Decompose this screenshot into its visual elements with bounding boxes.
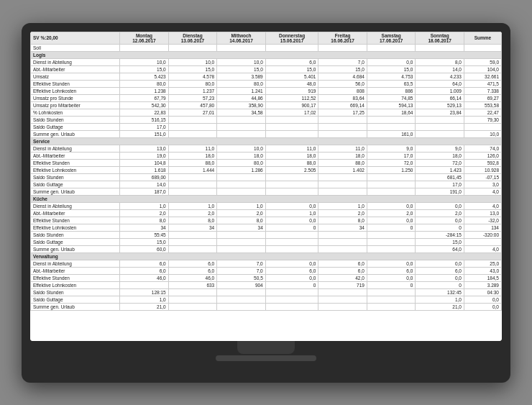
cell-value: 0,0 xyxy=(367,260,416,267)
cell-value: 0,0 xyxy=(265,274,318,281)
cell-value: 80,0 xyxy=(120,80,169,87)
row-label: Saldo Guttage xyxy=(31,296,120,303)
cell-value: 15,0 xyxy=(217,65,266,73)
cell-value: 4,0 xyxy=(464,188,501,195)
cell-value: 3.589 xyxy=(217,73,266,80)
cell-value: -284:15 xyxy=(416,231,464,238)
cell-value: 22,83 xyxy=(120,109,169,116)
cell-value: 17,02 xyxy=(265,109,318,116)
row-label: Effektive Stunden xyxy=(31,274,120,281)
cell-value: 66,14 xyxy=(416,94,464,101)
cell-value: 6,0 xyxy=(120,260,169,267)
cell-value xyxy=(217,238,266,245)
cell-value: 74,0 xyxy=(464,145,501,152)
cell-value: 43,0 xyxy=(464,267,501,274)
table-row: Abt.-Mitarbeiter15,015,015,015,015,015,0… xyxy=(31,65,502,73)
cell-value: 18,64 xyxy=(367,109,416,116)
table-row: Effektive Stunden46,046,050,50,042,00,00… xyxy=(31,274,502,281)
col-samstag: Samstag17.06.2017 xyxy=(367,32,416,44)
cell-value xyxy=(318,288,367,296)
cell-value xyxy=(367,238,416,245)
cell-value: 67,79 xyxy=(120,94,169,101)
cell-value: 88,0 xyxy=(168,159,217,166)
cell-value: 21,0 xyxy=(120,303,169,310)
cell-value: 0,0 xyxy=(416,260,464,267)
row-label: Saldo Stunden xyxy=(31,231,120,238)
cell-value: 6,0 xyxy=(318,260,367,267)
col-sonntag: Sonntag18.06.2017 xyxy=(416,32,464,44)
cell-value: 1,0 xyxy=(168,202,217,209)
cell-value: 7.338 xyxy=(464,87,501,94)
cell-value: 10,0 xyxy=(168,58,217,65)
cell-value xyxy=(265,288,318,296)
cell-value xyxy=(367,231,416,238)
cell-value: 0,0 xyxy=(265,260,318,267)
cell-value: 8,0 xyxy=(120,217,169,224)
cell-value: 57,23 xyxy=(168,94,217,101)
cell-value: 9,0 xyxy=(416,145,464,152)
cell-value: 1,0 xyxy=(217,202,266,209)
row-label: Saldo Stunden xyxy=(31,116,120,123)
table-row: Saldo Guttage17,0 xyxy=(31,123,502,130)
cell-value xyxy=(416,123,464,130)
cell-value xyxy=(265,123,318,130)
row-label: Dienst in Abteilung xyxy=(31,58,120,65)
col-summe: Summe xyxy=(464,32,501,44)
table-row: Saldo Stunden516,1579,30 xyxy=(31,116,502,123)
row-label: Summe gen. Urlaub xyxy=(31,130,120,137)
spreadsheet[interactable]: SV %:20,00 Montag12.06.2017 Dienstag13.0… xyxy=(30,32,502,341)
cell-value: 529,13 xyxy=(416,101,464,109)
cell-value: 886 xyxy=(367,87,416,94)
row-label: Summe gen. Urlaub xyxy=(31,245,120,252)
row-label: Effektive Lohnkosten xyxy=(31,281,120,288)
cell-value: 83,64 xyxy=(318,94,367,101)
cell-value: 7,0 xyxy=(217,260,266,267)
table-row: Summe gen. Urlaub151,0161,010,0 xyxy=(31,130,502,137)
cell-value: 3.289 xyxy=(464,281,501,288)
cell-value: 6,0 xyxy=(168,267,217,274)
table-row: Effektive Lohnkosten34343403400134 xyxy=(31,224,502,231)
cell-value: 1,0 xyxy=(318,202,367,209)
section-header-2: Küche xyxy=(31,195,502,202)
col-dienstag: Dienstag13.06.2017 xyxy=(168,32,217,44)
cell-value: 6,0 xyxy=(265,58,318,65)
cell-value: 13,0 xyxy=(464,209,501,217)
cell-value: 42,0 xyxy=(318,274,367,281)
cell-value: 126,0 xyxy=(464,152,501,159)
cell-value: 3,0 xyxy=(464,181,501,188)
cell-value xyxy=(168,123,217,130)
cell-value: 2,0 xyxy=(168,209,217,217)
cell-value: 7,0 xyxy=(318,58,367,65)
cell-value: 0,0 xyxy=(464,296,501,303)
cell-value: 4.753 xyxy=(367,73,416,80)
cell-value: 0,0 xyxy=(464,303,501,310)
row-label: Dienst in Abteilung xyxy=(31,145,120,152)
cell-value: 471,5 xyxy=(464,80,501,87)
cell-value: 17,0 xyxy=(416,181,464,188)
row-label: Saldo Guttage xyxy=(31,238,120,245)
cell-value xyxy=(217,245,266,252)
cell-value: 0 xyxy=(265,224,318,231)
cell-value: 542,30 xyxy=(120,101,169,109)
table-row: Effektive Stunden8,08,08,00,08,00,00,0-3… xyxy=(31,217,502,224)
cell-value xyxy=(464,123,501,130)
cell-value xyxy=(168,245,217,252)
cell-value: 8,0 xyxy=(217,217,266,224)
cell-value: 18,0 xyxy=(168,152,217,159)
cell-value xyxy=(367,245,416,252)
table-row: Umsatz5.4234.5783.5895.4014.6844.7534.23… xyxy=(31,73,502,80)
cell-value: 2,0 xyxy=(318,209,367,217)
cell-value xyxy=(318,123,367,130)
cell-value xyxy=(217,288,266,296)
cell-value: 22,47 xyxy=(464,109,501,116)
cell-value: 6,0 xyxy=(265,267,318,274)
cell-value: 4,0 xyxy=(464,245,501,252)
cell-value: 60,0 xyxy=(120,245,169,252)
cell-value: 88,0 xyxy=(318,159,367,166)
cell-value: 112,52 xyxy=(265,94,318,101)
cell-value: 59,0 xyxy=(464,58,501,65)
cell-value: 8,0 xyxy=(168,217,217,224)
cell-value: 669,14 xyxy=(318,101,367,109)
cell-value: 0 xyxy=(367,224,416,231)
cell-value: 10,0 xyxy=(217,145,266,152)
